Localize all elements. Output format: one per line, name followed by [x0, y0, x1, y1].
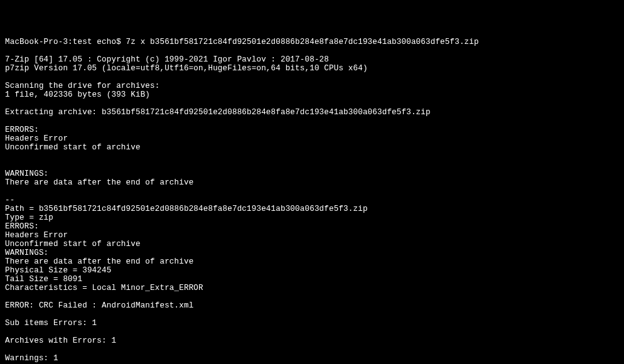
output-line: Extracting archive: b3561bf581721c84fd92…: [5, 108, 619, 117]
output-line: Characteristics = Local Minor_Extra_ERRO…: [5, 284, 619, 292]
output-line: Unconfirmed start of archive: [5, 240, 619, 249]
output-line: Sub items Errors: 1: [5, 319, 619, 328]
output-line: Headers Error: [5, 134, 619, 143]
terminal-output[interactable]: MacBook-Pro-3:test echo$ 7z x b3561bf581…: [5, 38, 619, 364]
output-line: [5, 292, 619, 301]
output-line: 7-Zip [64] 17.05 : Copyright (c) 1999-20…: [5, 55, 619, 64]
output-line: There are data after the end of archive: [5, 257, 619, 266]
output-line: p7zip Version 17.05 (locale=utf8,Utf16=o…: [5, 64, 619, 73]
output-line: WARNINGS:: [5, 249, 619, 257]
output-line: [5, 117, 619, 126]
output-line: [5, 328, 619, 336]
output-line: Scanning the drive for archives:: [5, 82, 619, 90]
output-line: Archives with Errors: 1: [5, 336, 619, 345]
output-line: ERRORS:: [5, 126, 619, 134]
output-line: [5, 46, 619, 55]
output-line: [5, 187, 619, 196]
prompt-text: MacBook-Pro-3:test echo$: [5, 38, 126, 46]
output-line: Physical Size = 394245: [5, 266, 619, 275]
output-line: ERROR: CRC Failed : AndroidManifest.xml: [5, 301, 619, 310]
output-line: Warnings: 1: [5, 354, 619, 363]
output-line: [5, 161, 619, 169]
output-line: ERRORS:: [5, 222, 619, 231]
output-line: There are data after the end of archive: [5, 178, 619, 187]
output-line: 1 file, 402336 bytes (393 KiB): [5, 90, 619, 99]
output-line: [5, 152, 619, 161]
output-line: Type = zip: [5, 213, 619, 222]
output-line: [5, 345, 619, 354]
output-line: Path = b3561bf581721c84fd92501e2d0886b28…: [5, 205, 619, 213]
command-line: MacBook-Pro-3:test echo$ 7z x b3561bf581…: [5, 38, 619, 46]
output-line: WARNINGS:: [5, 169, 619, 178]
output-line: [5, 73, 619, 82]
output-line: Headers Error: [5, 231, 619, 240]
command-text: 7z x b3561bf581721c84fd92501e2d0886b284e…: [126, 38, 479, 46]
output-line: [5, 310, 619, 319]
output-line: --: [5, 196, 619, 205]
output-line: Unconfirmed start of archive: [5, 143, 619, 152]
output-line: Tail Size = 8091: [5, 275, 619, 284]
output-line: [5, 99, 619, 108]
